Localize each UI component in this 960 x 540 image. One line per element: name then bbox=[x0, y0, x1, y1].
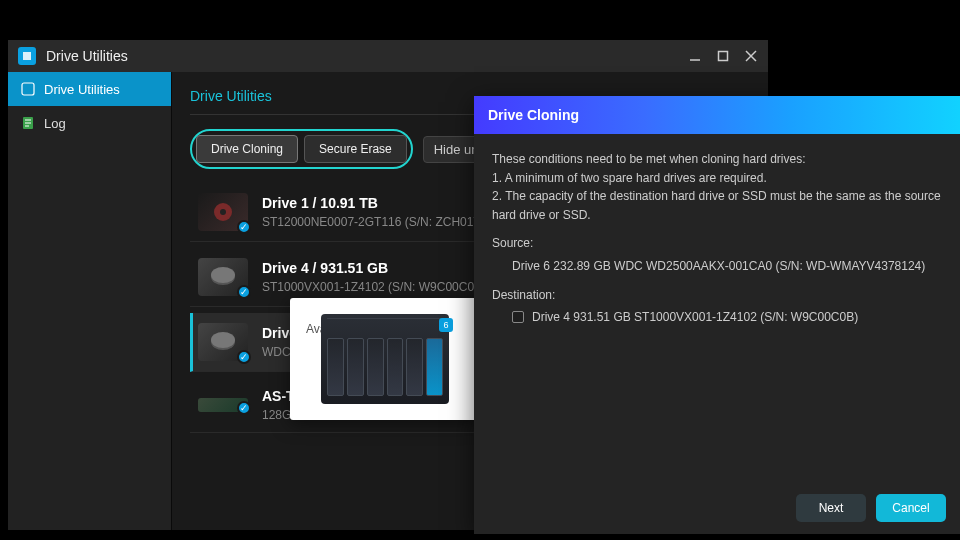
maximize-icon[interactable] bbox=[716, 49, 730, 63]
svg-point-15 bbox=[211, 332, 235, 348]
titlebar: Drive Utilities bbox=[8, 40, 768, 72]
nas-preview-popover: Available 6 bbox=[290, 298, 480, 420]
modal-footer: Next Cancel bbox=[474, 482, 960, 534]
destination-option[interactable]: Drive 4 931.51 GB ST1000VX001-1Z4102 (S/… bbox=[492, 308, 942, 327]
sidebar-item-log[interactable]: Log bbox=[8, 106, 171, 140]
close-icon[interactable] bbox=[744, 49, 758, 63]
drive-thumb-icon: ✓ bbox=[198, 398, 248, 412]
check-badge-icon: ✓ bbox=[237, 220, 251, 234]
svg-point-13 bbox=[211, 267, 235, 283]
modal-intro: These conditions need to be met when clo… bbox=[492, 150, 942, 169]
svg-rect-0 bbox=[23, 52, 31, 60]
modal-condition-1: 1. A minimum of two spare hard drives ar… bbox=[492, 169, 942, 188]
destination-option-label: Drive 4 931.51 GB ST1000VX001-1Z4102 (S/… bbox=[532, 308, 858, 327]
check-badge-icon: ✓ bbox=[237, 401, 251, 415]
window-title: Drive Utilities bbox=[46, 48, 688, 64]
drive-cloning-modal: Drive Cloning These conditions need to b… bbox=[474, 96, 960, 534]
drive-thumb-icon: ✓ bbox=[198, 193, 248, 231]
source-value: Drive 6 232.89 GB WDC WD2500AAKX-001CA0 … bbox=[492, 257, 942, 276]
tab-drive-cloning[interactable]: Drive Cloning bbox=[196, 135, 298, 163]
log-icon bbox=[20, 115, 36, 131]
drive-thumb-icon: ✓ bbox=[198, 258, 248, 296]
minimize-icon[interactable] bbox=[688, 49, 702, 63]
destination-label: Destination: bbox=[492, 286, 942, 305]
drive-name: Drive 1 / 10.91 TB bbox=[262, 195, 505, 211]
check-badge-icon: ✓ bbox=[237, 350, 251, 364]
utilities-icon bbox=[20, 81, 36, 97]
next-button[interactable]: Next bbox=[796, 494, 866, 522]
sidebar: Drive Utilities Log bbox=[8, 72, 172, 530]
nas-slot-badge: 6 bbox=[439, 318, 453, 332]
svg-rect-2 bbox=[719, 52, 728, 61]
cancel-button[interactable]: Cancel bbox=[876, 494, 946, 522]
sidebar-item-label: Drive Utilities bbox=[44, 82, 120, 97]
source-label: Source: bbox=[492, 234, 942, 253]
app-icon bbox=[18, 47, 36, 65]
check-badge-icon: ✓ bbox=[237, 285, 251, 299]
modal-body: These conditions need to be met when clo… bbox=[474, 134, 960, 482]
checkbox-icon[interactable] bbox=[512, 311, 524, 323]
sidebar-item-drive-utilities[interactable]: Drive Utilities bbox=[8, 72, 171, 106]
sidebar-item-label: Log bbox=[44, 116, 66, 131]
window-controls bbox=[688, 49, 758, 63]
tab-secure-erase[interactable]: Secure Erase bbox=[304, 135, 407, 163]
modal-condition-2: 2. The capacity of the destination hard … bbox=[492, 187, 942, 224]
drive-sub: ST1000VX001-1Z4102 (S/N: W9C00C0B) bbox=[262, 280, 486, 294]
modal-title: Drive Cloning bbox=[474, 96, 960, 134]
svg-rect-5 bbox=[22, 83, 34, 95]
mode-toggle-group: Drive Cloning Secure Erase bbox=[190, 129, 413, 169]
drive-thumb-icon: ✓ bbox=[198, 323, 248, 361]
svg-point-11 bbox=[220, 209, 226, 215]
drive-name: Drive 4 / 931.51 GB bbox=[262, 260, 486, 276]
nas-device-icon: 6 bbox=[321, 314, 449, 404]
drive-sub: ST12000NE0007-2GT116 (S/N: ZCH01VMG) bbox=[262, 215, 505, 229]
